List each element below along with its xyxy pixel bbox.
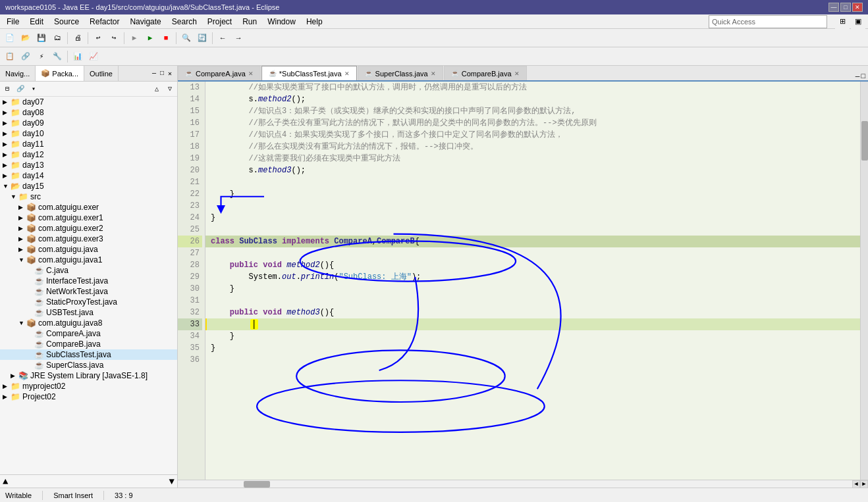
tree-scroll-up[interactable]: △ — [151, 83, 163, 95]
close-button[interactable]: ✕ — [852, 3, 863, 12]
java-icon-c: ☕ — [34, 266, 44, 275]
scroll-left-btn[interactable]: ◀ — [852, 480, 860, 488]
tab-package-explorer[interactable]: 📦 Packa... — [36, 66, 84, 81]
tree-networktest[interactable]: ☕ NetWorkTest.java — [0, 286, 177, 297]
tree-pkg-exer[interactable]: ▶ 📦 com.atguigu.exer — [0, 202, 177, 213]
link-editor-button[interactable]: 🔗 — [14, 83, 26, 95]
tree-pkg-exer3[interactable]: ▶ 📦 com.atguigu.exer3 — [0, 234, 177, 244]
maximize-panel-button[interactable]: □ — [160, 70, 164, 77]
perspective-button[interactable]: ⊞ — [835, 14, 850, 29]
tree-pkg-java1[interactable]: ▼ 📦 com.atguigu.java1 — [0, 255, 177, 265]
tab-close-subclasstest[interactable]: ✕ — [344, 70, 350, 77]
close-panel-button[interactable]: ✕ — [168, 70, 172, 78]
menu-project[interactable]: Project — [203, 16, 236, 28]
tree-myproject02[interactable]: ▶ 📁 myproject02 — [0, 381, 177, 391]
minimize-panel-button[interactable]: — — [152, 70, 156, 77]
project-tree[interactable]: ▶ 📁 day07 ▶ 📁 day08 ▶ 📁 day09 ▶ 📁 day10 — [0, 97, 177, 474]
h-scrollbar-thumb[interactable] — [244, 481, 270, 488]
search-btn[interactable]: 🔍 — [179, 31, 194, 45]
menu-navigate[interactable]: Navigate — [126, 16, 165, 28]
scrollbar-thumb[interactable] — [861, 121, 868, 161]
tree-comparea[interactable]: ☕ CompareA.java — [0, 328, 177, 339]
tree-jre[interactable]: ▶ 📚 JRE System Library [JavaSE-1.8] — [0, 370, 177, 381]
print-button[interactable]: 🖨 — [70, 31, 85, 45]
tree-subclasstest[interactable]: ☕ SubClassTest.java — [0, 349, 177, 360]
quick-access-box[interactable]: Quick Access — [709, 15, 827, 28]
redo-button[interactable]: ↪ — [107, 31, 121, 45]
tb2-btn4[interactable]: 🔧 — [50, 49, 65, 64]
tb2-btn1[interactable]: 📋 — [3, 49, 17, 64]
tb2-btn2[interactable]: 🔗 — [18, 49, 33, 64]
tab-close-compareb[interactable]: ✕ — [514, 70, 520, 77]
tb2-btn6[interactable]: 📈 — [86, 49, 101, 64]
tree-pkg-java8[interactable]: ▼ 📦 com.atguigu.java8 — [0, 318, 177, 328]
maximize-button[interactable]: □ — [840, 3, 851, 12]
menu-edit[interactable]: Edit — [26, 16, 47, 28]
stop-button[interactable]: ■ — [159, 31, 173, 45]
collapse-all-button[interactable]: ⊟ — [1, 83, 13, 95]
menu-file[interactable]: File — [3, 16, 23, 28]
editor-minimize-btn[interactable]: — — [855, 72, 860, 80]
tree-project02[interactable]: ▶ 📁 Project02 — [0, 391, 177, 402]
menu-run[interactable]: Run — [238, 16, 261, 28]
editor-maximize-btn[interactable]: □ — [861, 72, 865, 80]
tree-interfacetest[interactable]: ☕ InterfaceTest.java — [0, 276, 177, 286]
tree-pkg-java[interactable]: ▶ 📦 com.atguigu.java — [0, 244, 177, 255]
code-line-29: System.out.println("SubClass: 上海"); — [205, 271, 860, 283]
tab-compareb[interactable]: ☕ CompareB.java ✕ — [444, 66, 527, 80]
tb2-btn3[interactable]: ⚡ — [34, 49, 49, 64]
tree-pkg-exer2[interactable]: ▶ 📦 com.atguigu.exer2 — [0, 223, 177, 234]
tree-day08[interactable]: ▶ 📁 day08 — [0, 107, 177, 118]
tree-src[interactable]: ▼ 📁 src — [0, 191, 177, 202]
tree-day14[interactable]: ▶ 📁 day14 — [0, 170, 177, 181]
code-content[interactable]: //如果实现类重写了接口中的默认方法，调用时，仍然调用的是重写以后的方法 s.m… — [205, 82, 860, 480]
menu-window[interactable]: Window — [263, 16, 300, 28]
menu-refactor[interactable]: Refactor — [86, 16, 123, 28]
forward-button[interactable]: → — [231, 31, 246, 45]
menu-source[interactable]: Source — [50, 16, 83, 28]
menu-help[interactable]: Help — [302, 16, 327, 28]
save-button[interactable]: 💾 — [34, 31, 49, 45]
folder-icon-day15: 📂 — [11, 182, 20, 191]
tree-superclass[interactable]: ☕ SuperClass.java — [0, 360, 177, 370]
new-button[interactable]: 📄 — [3, 31, 17, 45]
scroll-right-btn[interactable]: ▶ — [860, 480, 868, 488]
debug-button[interactable]: ▶ — [127, 31, 142, 45]
undo-button[interactable]: ↩ — [91, 31, 105, 45]
tree-compareb[interactable]: ☕ CompareB.java — [0, 339, 177, 349]
tree-day13[interactable]: ▶ 📁 day13 — [0, 160, 177, 170]
tab-subclasstest[interactable]: ☕ *SubClassTest.java ✕ — [261, 66, 357, 80]
tree-scroll-down[interactable]: ▽ — [164, 83, 176, 95]
run-button[interactable]: ▶ — [143, 31, 157, 45]
tree-day10[interactable]: ▶ 📁 day10 — [0, 128, 177, 139]
tree-pkg-exer1[interactable]: ▶ 📦 com.atguigu.exer1 — [0, 213, 177, 223]
menu-search[interactable]: Search — [168, 16, 201, 28]
tree-day15[interactable]: ▼ 📂 day15 — [0, 181, 177, 191]
save-all-button[interactable]: 🗂 — [50, 31, 65, 45]
tree-staticproxy[interactable]: ☕ StaticProxyTest.java — [0, 297, 177, 307]
editor-scrollbar-v[interactable] — [860, 82, 868, 480]
tab-comparea[interactable]: ☕ CompareA.java ✕ — [178, 66, 261, 80]
editor-scrollbar-h[interactable]: ◀ ▶ — [178, 480, 868, 488]
tree-day11[interactable]: ▶ 📁 day11 — [0, 139, 177, 149]
tab-superclass[interactable]: ☕ SuperClass.java ✕ — [358, 66, 443, 80]
tb2-btn5[interactable]: 📊 — [70, 49, 85, 64]
tree-day09[interactable]: ▶ 📁 day09 — [0, 118, 177, 128]
refresh-button[interactable]: 🔄 — [195, 31, 209, 45]
tree-usbtest[interactable]: ☕ USBTest.java — [0, 307, 177, 318]
scroll-up-btn[interactable]: ▲ — [3, 476, 8, 487]
tab-outline[interactable]: Outline — [84, 66, 119, 81]
open-button[interactable]: 📂 — [18, 31, 33, 45]
code-editor[interactable]: 13 14 15 16 17 18 19 20 21 22 23 24 25 2… — [178, 82, 868, 480]
view-button[interactable]: ▣ — [851, 14, 865, 29]
tree-day12[interactable]: ▶ 📁 day12 — [0, 149, 177, 160]
tree-day07[interactable]: ▶ 📁 day07 — [0, 97, 177, 107]
tab-close-superclass[interactable]: ✕ — [431, 70, 436, 77]
minimize-button[interactable]: — — [828, 3, 839, 12]
back-button[interactable]: ← — [215, 31, 230, 45]
tab-navigator[interactable]: Navig... — [0, 66, 36, 81]
tab-close-comparea[interactable]: ✕ — [248, 70, 254, 77]
tree-cjava[interactable]: ☕ C.java — [0, 265, 177, 276]
scroll-down-btn[interactable]: ▼ — [169, 476, 175, 487]
view-menu-button[interactable]: ▾ — [28, 83, 40, 95]
